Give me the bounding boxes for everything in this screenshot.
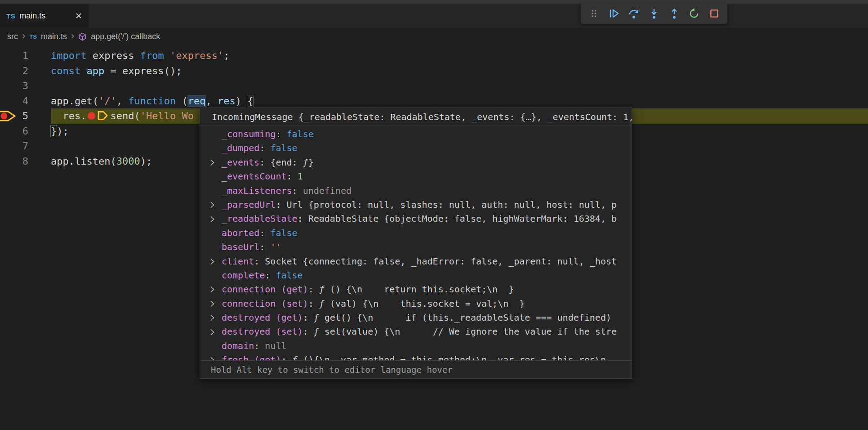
code-token: { — [247, 95, 253, 107]
code-token: app — [86, 65, 104, 76]
gutter[interactable]: 8 — [0, 154, 51, 169]
breakpoint-hit-arrow-icon[interactable] — [0, 109, 16, 125]
code-line-1: 1import express from 'express'; — [0, 48, 868, 63]
step-out-icon[interactable] — [666, 6, 683, 21]
code-token: , — [205, 95, 218, 107]
code-token: ); — [140, 156, 152, 167]
tooltip-property-row[interactable]: _events: {end: ƒ} — [200, 156, 632, 170]
property-value: : Socket {connecting: false, _hadError: … — [254, 255, 617, 269]
breadcrumb-folder[interactable]: src — [7, 32, 18, 41]
restart-icon[interactable] — [685, 6, 703, 21]
tooltip-property-row: _maxListeners: undefined — [200, 184, 632, 198]
tooltip-property-row: _eventsCount: 1 — [200, 170, 632, 184]
property-value: } — [308, 156, 314, 170]
property-value: : — [308, 297, 319, 311]
gutter[interactable]: 2 — [0, 63, 51, 79]
expand-chevron-icon[interactable] — [209, 201, 222, 209]
code-token: app.get( — [51, 95, 98, 107]
code-text[interactable]: res.send('Hello Wo — [51, 108, 194, 124]
property-value: : — [265, 269, 276, 282]
property-name: _consuming — [222, 127, 276, 141]
code-token: app.listen( — [51, 156, 116, 167]
tooltip-header: IncomingMessage {_readableState: Readabl… — [200, 108, 632, 126]
gutter[interactable]: 4 — [0, 94, 51, 109]
line-number[interactable]: 5 — [22, 108, 28, 124]
property-value: (){\n var method = this.method;\n var re… — [298, 353, 606, 360]
code-line-2: 2const app = express(); — [0, 63, 868, 79]
code-text[interactable]: const app = express(); — [51, 63, 182, 79]
property-name: _maxListeners — [222, 184, 292, 198]
step-over-icon[interactable] — [625, 6, 642, 21]
close-tab-icon[interactable]: ✕ — [75, 12, 82, 20]
breadcrumb-file[interactable]: main.ts — [41, 32, 67, 41]
expand-chevron-icon[interactable] — [209, 328, 222, 336]
expand-chevron-icon[interactable] — [209, 356, 222, 360]
tooltip-property-row[interactable]: _parsedUrl: Url {protocol: null, slashes… — [200, 198, 632, 212]
tooltip-property-row[interactable]: _readableState: ReadableState {objectMod… — [200, 212, 632, 226]
gutter[interactable]: 1 — [0, 48, 51, 63]
gutter[interactable]: 7 — [0, 139, 51, 154]
typescript-file-icon: TS — [6, 12, 15, 20]
property-name: aborted — [222, 226, 259, 240]
gutter[interactable]: 5 — [0, 108, 51, 124]
code-text[interactable]: }); — [51, 124, 69, 139]
property-value: : ReadableState {objectMode: false, high… — [298, 212, 617, 226]
toolbar-gripper-icon[interactable] — [585, 6, 602, 21]
tooltip-property-row[interactable]: fresh (get): ƒ (){\n var method = this.m… — [200, 353, 632, 360]
property-value: : — [287, 170, 298, 184]
code-text[interactable]: app.get('/', function (req, res) { — [51, 94, 253, 109]
property-value: : — [259, 240, 270, 254]
code-text[interactable]: app.listen(3000); — [51, 154, 152, 169]
tooltip-property-row[interactable]: connection (set): ƒ (val) {\n this.socke… — [200, 297, 632, 311]
expand-chevron-icon[interactable] — [209, 286, 222, 293]
property-value: : Url {protocol: null, slashes: null, au… — [276, 198, 617, 212]
chevron-right-icon: › — [22, 31, 25, 41]
property-value: : — [254, 339, 265, 353]
property-value: ƒ — [314, 311, 319, 325]
code-token: ) — [236, 95, 248, 107]
breadcrumb-symbol[interactable]: app.get('/') callback — [91, 32, 160, 41]
tooltip-property-row[interactable]: destroyed (get): ƒ get() {\n if (this._r… — [200, 311, 632, 325]
property-name: _readableState — [222, 212, 298, 226]
expand-chevron-icon[interactable] — [209, 258, 222, 265]
continue-icon[interactable] — [605, 6, 623, 21]
expand-chevron-icon[interactable] — [209, 314, 222, 322]
code-token: import — [51, 50, 86, 61]
breadcrumb: src › TS main.ts › app.get('/') callback — [0, 28, 868, 45]
code-line-4: 4app.get('/', function (req, res) { — [0, 94, 868, 109]
property-name: client — [222, 255, 254, 269]
tooltip-property-row[interactable]: client: Socket {connecting: false, _hadE… — [200, 255, 632, 269]
line-number[interactable]: 3 — [22, 78, 28, 94]
tooltip-property-row[interactable]: destroyed (set): ƒ set(value) {\n // We … — [200, 325, 632, 339]
expand-chevron-icon[interactable] — [209, 159, 222, 166]
property-value: : — [292, 184, 303, 198]
property-name: complete — [222, 269, 265, 282]
gutter[interactable]: 6 — [0, 124, 51, 139]
line-number[interactable]: 4 — [22, 94, 28, 109]
property-name: _eventsCount — [222, 170, 287, 184]
stop-icon[interactable] — [706, 6, 723, 21]
expand-chevron-icon[interactable] — [209, 215, 222, 223]
line-number[interactable]: 7 — [22, 139, 28, 154]
tooltip-property-row: _dumped: false — [200, 141, 632, 155]
code-text[interactable]: import express from 'express'; — [51, 48, 229, 63]
line-number[interactable]: 1 — [22, 48, 28, 63]
code-token: ( — [176, 95, 188, 107]
property-value: '' — [270, 240, 281, 254]
line-number[interactable]: 6 — [22, 124, 28, 139]
property-value: : — [259, 226, 270, 240]
tooltip-property-row: baseUrl: '' — [200, 240, 632, 254]
property-value: : — [303, 311, 314, 325]
property-name: connection (set) — [222, 297, 308, 311]
expand-chevron-icon[interactable] — [209, 300, 222, 308]
tab-main-ts[interactable]: TS main.ts ✕ — [0, 4, 89, 28]
tooltip-property-row[interactable]: connection (get): ƒ () {\n return this.s… — [200, 282, 632, 296]
code-token: 'Hello Wo — [140, 110, 194, 121]
code-token — [80, 65, 86, 76]
line-number[interactable]: 8 — [22, 154, 28, 169]
tooltip-footer-hint: Hold Alt key to switch to editor languag… — [200, 360, 632, 378]
line-number[interactable]: 2 — [22, 63, 28, 79]
gutter[interactable]: 3 — [0, 78, 51, 94]
step-into-icon[interactable] — [645, 6, 663, 21]
property-name: baseUrl — [222, 240, 259, 254]
